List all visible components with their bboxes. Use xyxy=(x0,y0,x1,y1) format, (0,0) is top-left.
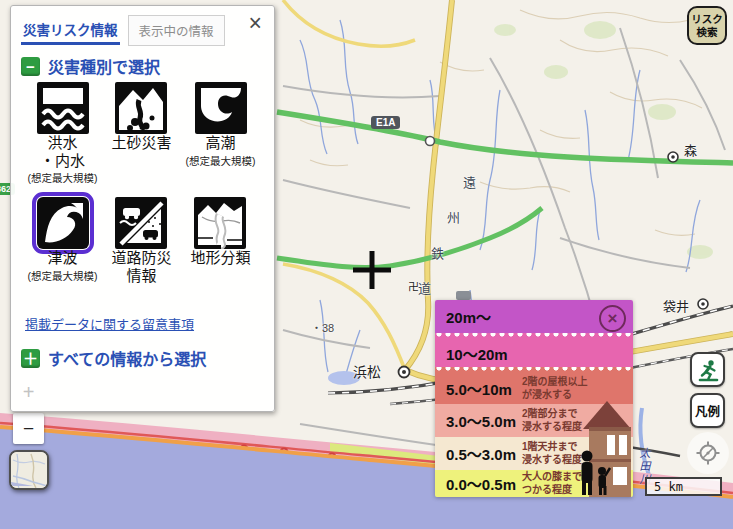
panel-tabs: 災害リスク情報 表示中の情報 xyxy=(21,15,225,46)
legend-range: 5.0～10m xyxy=(446,378,522,399)
tsunami-icon xyxy=(37,197,89,249)
elevation-point-label: ・38 xyxy=(311,319,334,335)
hazard-label: ・内水 xyxy=(40,152,85,170)
tab-disaster-risk-info[interactable]: 災害リスク情報 xyxy=(21,15,120,45)
storm-surge-icon xyxy=(195,82,247,134)
legend-range: 0.0～0.5m xyxy=(446,473,522,494)
town-label-fukuroi: 袋井 xyxy=(663,296,689,315)
tab-displayed-info[interactable]: 表示中の情報 xyxy=(128,15,225,46)
hazard-label: 土砂災害 xyxy=(111,134,171,152)
legend-desc: 大人の膝までつかる程度 xyxy=(522,471,582,496)
house-depth-illustration xyxy=(575,393,633,497)
hazard-button-flood[interactable]: 洪水 ・内水 (想定最大規模) xyxy=(28,82,98,185)
legend-row: 10～20m xyxy=(435,339,633,367)
section-title: すべての情報から選択 xyxy=(48,346,206,370)
rail-label-char: 道 xyxy=(418,278,431,297)
legend-desc: 1階天井まで浸水する程度 xyxy=(522,441,582,466)
legend-close-icon[interactable]: × xyxy=(599,305,626,332)
rail-label-char: 鉄 xyxy=(431,243,444,262)
expand-plus-icon[interactable]: ＋ xyxy=(21,349,40,368)
hazard-button-terrain[interactable]: 地形分類 xyxy=(190,197,250,285)
risk-search-label: 検索 xyxy=(697,26,718,38)
hazard-label: 高潮 xyxy=(205,134,235,152)
hazard-label: 道路防災 xyxy=(111,249,171,267)
hazard-label: 津波 xyxy=(47,249,77,267)
town-label-mori: 森 xyxy=(684,140,697,159)
legend-range: 20m～ xyxy=(446,306,522,327)
zoom-out-button[interactable]: − xyxy=(13,413,44,444)
road-disaster-icon xyxy=(115,197,167,249)
landslide-icon xyxy=(115,82,167,134)
panel-close-icon[interactable]: × xyxy=(249,12,262,35)
current-location-button[interactable] xyxy=(687,432,729,474)
hazard-sublabel: (想定最大規模) xyxy=(28,170,98,185)
risk-search-button[interactable]: リスク 検索 xyxy=(687,6,727,45)
hazard-button-landslide[interactable]: 土砂災害 xyxy=(111,82,171,185)
legend-button[interactable]: 凡例 xyxy=(690,393,725,428)
data-notice-link[interactable]: 掲載データに関する留意事項 xyxy=(25,314,194,333)
running-person-icon xyxy=(696,358,720,382)
rail-label-char: 州 xyxy=(447,207,460,226)
legend-range: 10～20m xyxy=(446,343,522,364)
map-scale-bar: 5 km xyxy=(645,477,722,496)
disaster-info-panel: 災害リスク情報 表示中の情報 × − 災害種別で選択 洪水 ・内水 (想定最大規… xyxy=(10,5,275,412)
hazard-button-tsunami[interactable]: 津波 (想定最大規模) xyxy=(28,197,98,285)
risk-search-label: リスク xyxy=(691,13,723,25)
hazard-label: 洪水 xyxy=(47,134,77,152)
section-select-by-type: − 災害種別で選択 xyxy=(21,54,160,78)
section-title: 災害種別で選択 xyxy=(48,54,160,78)
legend-range: 3.0～5.0m xyxy=(446,410,522,431)
minimap-button[interactable] xyxy=(9,450,49,490)
collapse-minus-icon[interactable]: − xyxy=(21,57,40,76)
rail-label-char: 遠 xyxy=(463,172,476,191)
compass-target-icon xyxy=(695,440,721,466)
section-select-all: ＋ すべての情報から選択 xyxy=(21,346,206,370)
hazard-button-storm-surge[interactable]: 高潮 (想定最大規模) xyxy=(186,82,256,185)
zoom-in-button[interactable]: + xyxy=(13,377,44,408)
legend-range: 0.5～3.0m xyxy=(446,443,522,464)
map-building xyxy=(456,291,471,300)
minimap-thumbnail xyxy=(11,452,47,488)
legend-desc: 2階部分まで浸水する程度 xyxy=(522,408,582,433)
hazard-sublabel: (想定最大規模) xyxy=(28,268,98,283)
hazard-label: 地形分類 xyxy=(190,249,250,267)
hazard-grid: 洪水 ・内水 (想定最大規模) 土砂災害 xyxy=(23,82,265,286)
hazard-label: 情報 xyxy=(126,267,156,285)
scale-label: 5 km xyxy=(654,480,683,494)
app-window: E1A 362 森 袋井 浜松 ・38 卍 遠 州 鉄 道 太田川 災害リスク情… xyxy=(0,0,733,529)
town-label-hamamatsu: 浜松 xyxy=(353,361,381,381)
flood-icon xyxy=(37,82,89,134)
evacuation-site-button[interactable] xyxy=(690,352,725,387)
terrain-icon xyxy=(194,197,246,249)
tsunami-depth-legend: 20m～ 10～20m 5.0～10m 2階の屋根以上が浸水する 3.0～5.0… xyxy=(435,300,633,497)
route-badge-e1a: E1A xyxy=(371,116,400,129)
hazard-sublabel: (想定最大規模) xyxy=(186,153,256,168)
hazard-button-road-disaster[interactable]: 道路防災 情報 xyxy=(111,197,171,285)
